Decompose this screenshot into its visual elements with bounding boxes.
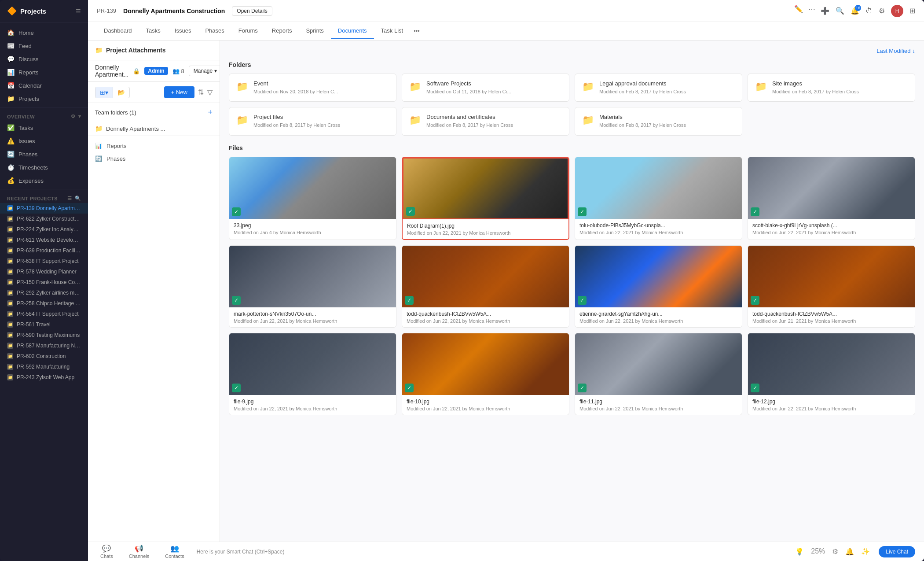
overview-expand-icon[interactable]: ▾ — [78, 114, 81, 119]
nav-tab-tasklist[interactable]: Task List — [374, 23, 411, 39]
folder-card[interactable]: 📁 Project files Modified on Feb 8, 2017 … — [229, 107, 396, 135]
recent-project-pr-638[interactable]: 📁PR-638 IT Support Project — [0, 256, 88, 266]
chats-tab[interactable]: 💬 Chats — [97, 544, 117, 559]
recent-project-pr-292[interactable]: 📁PR-292 Zylker airlines mob... — [0, 288, 88, 298]
overview-settings-icon[interactable]: ⚙ — [71, 114, 76, 119]
new-button[interactable]: + New — [164, 86, 194, 98]
file-name: scott-blake-x-ghf9LjrVg-unsplash (... — [752, 222, 910, 229]
zoom-level[interactable]: 25% — [811, 547, 825, 556]
file-card[interactable]: ✓ file-9.jpg Modified on Jun 22, 2021 by… — [229, 333, 396, 415]
filter-icon[interactable]: ▽ — [207, 88, 213, 96]
settings-icon[interactable]: ⚙ — [879, 7, 885, 15]
proj-icon-pr-561: 📁 — [7, 321, 13, 328]
file-card[interactable]: ✓ file-12.jpg Modified on Jun 22, 2021 b… — [748, 333, 915, 415]
list-view-button[interactable]: 📂 — [113, 87, 129, 98]
recent-project-pr-592[interactable]: 📁PR-592 Manufacturing — [0, 362, 88, 372]
file-card[interactable]: ✓ 33.jpeg Modified on Jan 4 by Monica He… — [229, 157, 396, 240]
sidebar-sub-item-tasks[interactable]: ✅Tasks — [0, 121, 88, 134]
file-check-icon: ✓ — [751, 384, 759, 392]
recent-project-pr-639[interactable]: 📁PR-639 Production Facility... — [0, 245, 88, 256]
folder-card[interactable]: 📁 Documents and certificates Modified on… — [402, 107, 569, 135]
file-card[interactable]: ✓ Roof Diagram(1).jpg Modified on Jun 22… — [402, 157, 569, 240]
nav-tab-phases[interactable]: Phases — [198, 23, 231, 39]
nav-tab-documents[interactable]: Documents — [331, 23, 374, 39]
more-options-icon[interactable]: ⋯ — [808, 5, 815, 17]
folder-card[interactable]: 📁 Event Modified on Nov 20, 2018 by Hele… — [229, 74, 396, 102]
smart-chat-placeholder[interactable]: Here is your Smart Chat (Ctrl+Space) — [197, 549, 787, 555]
sort-icon[interactable]: ⇅ — [198, 88, 204, 96]
search-icon[interactable]: 🔍 — [836, 7, 844, 15]
nav-tab-forums[interactable]: Forums — [231, 23, 265, 39]
nav-tab-issues[interactable]: Issues — [168, 23, 198, 39]
recent-project-pr-224[interactable]: 📁PR-224 Zylker Inc Analyst B... — [0, 224, 88, 235]
file-card[interactable]: ✓ file-10.jpg Modified on Jun 22, 2021 b… — [402, 333, 569, 415]
bottom-settings-icon[interactable]: ⚙ — [832, 547, 838, 556]
sidebar-item-reports[interactable]: 📊Reports — [0, 66, 88, 79]
open-details-button[interactable]: Open Details — [232, 6, 272, 16]
team-folder-item[interactable]: 📁 Donnelly Apartments ... — [88, 122, 220, 136]
recent-project-pr-587[interactable]: 📁PR-587 Manufacturing New... — [0, 340, 88, 351]
last-modified-label[interactable]: Last Modified ↓ — [229, 48, 915, 54]
channels-tab[interactable]: 📢 Channels — [125, 544, 153, 559]
folder-card[interactable]: 📁 Materials Modified on Feb 8, 2017 by H… — [575, 107, 742, 135]
add-folder-button[interactable]: + — [208, 108, 213, 116]
live-chat-button[interactable]: Live Chat — [879, 546, 915, 557]
nav-tab-tasks[interactable]: Tasks — [139, 23, 168, 39]
file-card[interactable]: ✓ todd-quackenbush-IClZBVw5W5A... Modifi… — [402, 245, 569, 328]
sidebar-sub-item-timesheets[interactable]: ⏱️Timesheets — [0, 161, 88, 174]
nav-tab-reports[interactable]: Reports — [265, 23, 299, 39]
file-card[interactable]: ✓ todd-quackenbush-IClZBVw5W5A... Modifi… — [748, 245, 915, 328]
grid-view-button[interactable]: ⊞▾ — [95, 87, 113, 98]
file-card[interactable]: ✓ scott-blake-x-ghf9LjrVg-unsplash (... … — [748, 157, 915, 240]
recent-project-pr-561[interactable]: 📁PR-561 Travel — [0, 319, 88, 330]
sidebar-item-feed[interactable]: 📰Feed — [0, 39, 88, 52]
manage-button[interactable]: Manage ▾ — [189, 66, 220, 76]
bulb-icon[interactable]: 💡 — [795, 547, 804, 556]
add-icon[interactable]: ➕ — [821, 7, 829, 15]
timer-icon[interactable]: ⏱ — [865, 7, 873, 15]
hamburger-icon[interactable]: ☰ — [76, 8, 81, 15]
more-tabs-icon[interactable]: ••• — [410, 23, 423, 39]
recent-project-pr-243[interactable]: 📁PR-243 Zylsoft Web App — [0, 372, 88, 383]
recent-list-icon[interactable]: ☰ — [67, 196, 72, 201]
notification-icon[interactable]: 🔔16 — [851, 7, 859, 15]
user-avatar[interactable]: H — [891, 5, 903, 17]
contacts-tab[interactable]: 👥 Contacts — [161, 544, 187, 559]
recent-project-pr-590[interactable]: 📁PR-590 Testing Maximums — [0, 330, 88, 340]
reports-section-item[interactable]: 📊 Reports — [88, 140, 220, 152]
pencil-icon[interactable]: ✏️ — [794, 5, 803, 17]
nav-tab-sprints[interactable]: Sprints — [299, 23, 330, 39]
phases-section-item[interactable]: 🔄 Phases — [88, 152, 220, 165]
file-card[interactable]: ✓ etienne-girardet-sgYamlzhAhg-un... Mod… — [575, 245, 742, 328]
sidebar-item-home[interactable]: 🏠Home — [0, 26, 88, 39]
sidebar-item-calendar[interactable]: 📅Calendar — [0, 79, 88, 92]
sidebar-item-projects[interactable]: 📁Projects — [0, 92, 88, 105]
grid-apps-icon[interactable]: ⊞ — [909, 7, 915, 15]
recent-project-pr-258[interactable]: 📁PR-258 Chipco Heritage Ba... — [0, 298, 88, 309]
file-card[interactable]: ✓ tolu-olubode-PlBsJ5MybGc-unsplа... Mod… — [575, 157, 742, 240]
sidebar-item-discuss[interactable]: 💬Discuss — [0, 52, 88, 66]
folder-card[interactable]: 📁 Site images Modified on Feb 8, 2017 by… — [748, 74, 915, 102]
recent-project-pr-584[interactable]: 📁PR-584 IT Support Project — [0, 309, 88, 319]
sidebar-sub-item-expenses[interactable]: 💰Expenses — [0, 174, 88, 187]
proj-icon-pr-639: 📁 — [7, 247, 13, 254]
sidebar-sub-item-phases[interactable]: 🔄Phases — [0, 148, 88, 161]
recent-project-pr-602[interactable]: 📁PR-602 Construction — [0, 351, 88, 362]
team-folder-label: Donnelly Apartments ... — [106, 125, 165, 132]
recent-search-icon[interactable]: 🔍 — [75, 196, 81, 201]
folder-card-name: Project files — [253, 114, 389, 120]
folder-card[interactable]: 📁 Legal approval documents Modified on F… — [575, 74, 742, 102]
sidebar-sub-item-issues[interactable]: ⚠️Issues — [0, 134, 88, 148]
recent-project-pr-578[interactable]: 📁PR-578 Wedding Planner — [0, 266, 88, 277]
members-count: 👥 8 — [172, 68, 184, 74]
recent-project-pr-622[interactable]: 📁PR-622 Zylker Constructio... — [0, 214, 88, 224]
recent-project-pr-611[interactable]: 📁PR-611 Website Developme... — [0, 235, 88, 245]
bottom-bell-icon[interactable]: 🔔 — [845, 547, 854, 556]
nav-tab-dashboard[interactable]: Dashboard — [97, 23, 139, 39]
file-card[interactable]: ✓ mark-potterton-sNVkn3507Oo-un... Modif… — [229, 245, 396, 328]
star-icon[interactable]: ✨ — [861, 547, 870, 556]
recent-project-pr-139[interactable]: 📁PR-139 Donnelly Apartmen... — [0, 203, 88, 214]
file-card[interactable]: ✓ file-11.jpg Modified on Jun 22, 2021 b… — [575, 333, 742, 415]
folder-card[interactable]: 📁 Software Projects Modified on Oct 11, … — [402, 74, 569, 102]
recent-project-pr-150[interactable]: 📁PR-150 Frank-House Const... — [0, 277, 88, 288]
